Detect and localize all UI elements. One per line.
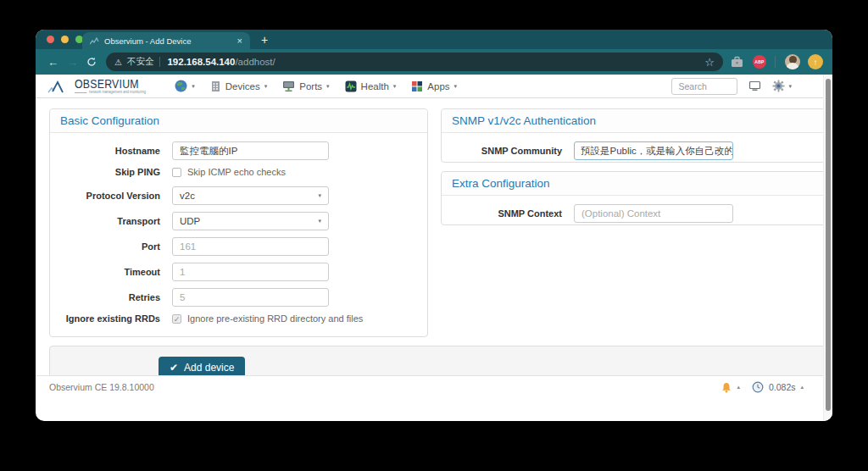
tab-title: Observium - Add Device (104, 36, 237, 46)
chevron-down-icon: ▾ (192, 83, 195, 90)
chevron-down-icon: ▾ (393, 83, 397, 90)
refresh-icon[interactable] (86, 57, 97, 67)
health-icon (345, 80, 357, 92)
port-row: Port (60, 237, 417, 256)
menu-devices-label: Devices (225, 81, 260, 91)
logo-title: OBSERVIUM (75, 77, 140, 90)
hostname-row: Hostname (60, 141, 417, 160)
chevron-down-icon: ▾ (318, 218, 321, 224)
ignore-rrds-label: Ignore existing RRDs (60, 313, 160, 324)
ignore-rrds-checkbox[interactable]: ✓ (172, 314, 181, 324)
chevron-down-icon: ▾ (264, 83, 268, 90)
settings-menu[interactable]: ▾ (772, 80, 792, 92)
protocol-version-row: Protocol Version v2c ▾ (60, 186, 417, 205)
extension-briefcase-icon[interactable] (727, 53, 746, 71)
extra-configuration-panel: Extra Configuration SNMP Context (441, 171, 826, 225)
observium-logo[interactable]: OBSERVIUM network management and monitor… (47, 77, 153, 95)
menu-devices[interactable]: Devices ▾ (210, 80, 267, 92)
check-icon: ✔ (170, 362, 178, 374)
chevron-up-icon[interactable]: ▴ (737, 384, 740, 391)
chevron-down-icon: ▾ (318, 192, 321, 199)
snmp-auth-panel: SNMP v1/v2c Authentication SNMP Communit… (441, 108, 826, 163)
profile-avatar[interactable] (783, 53, 802, 71)
display-icon[interactable] (748, 80, 761, 91)
page-content: Basic Configuration Hostname Skip PING S… (36, 98, 832, 398)
menu-health-label: Health (361, 81, 389, 91)
scrollbar-track[interactable] (823, 75, 832, 421)
url-path: /addhost/ (235, 57, 275, 67)
page-load-time: 0.082s (769, 382, 796, 392)
skip-ping-row: Skip PING Skip ICMP echo checks (60, 167, 417, 177)
protocol-version-label: Protocol Version (60, 191, 160, 201)
page-footer: Observium CE 19.8.10000 ▴ 0.082s ▴ (36, 375, 832, 398)
protocol-version-value: v2c (180, 191, 195, 201)
snmp-community-row: SNMP Community 預設是Public，或是輸入你自己改的 (452, 141, 815, 160)
scrollbar-thumb[interactable] (826, 79, 831, 411)
ports-icon (282, 80, 295, 92)
menu-ports[interactable]: Ports ▾ (282, 80, 329, 92)
toolbar-separator (775, 56, 776, 68)
transport-row: Transport UDP ▾ (60, 212, 417, 230)
adblock-extension-icon[interactable]: ABP (750, 53, 769, 71)
apps-icon (411, 80, 423, 92)
security-warning-icon: ⚠ (114, 58, 122, 67)
transport-select[interactable]: UDP ▾ (172, 212, 329, 230)
basic-configuration-panel: Basic Configuration Hostname Skip PING S… (49, 108, 428, 337)
observium-logo-icon (47, 80, 71, 95)
clock-icon (752, 381, 764, 393)
skip-ping-checkbox[interactable] (172, 168, 181, 177)
menu-apps[interactable]: Apps ▾ (411, 80, 457, 92)
url-host: 192.168.54.140 (167, 57, 235, 67)
panel-title: Extra Configuration (442, 172, 826, 196)
alerts-bell-icon[interactable] (721, 382, 732, 393)
security-label[interactable]: 不安全 (127, 56, 154, 68)
chevron-down-icon: ▾ (788, 83, 792, 90)
globe-icon (175, 80, 187, 92)
transport-label: Transport (60, 216, 160, 226)
snmp-context-input[interactable] (574, 204, 733, 223)
timeout-input[interactable] (172, 263, 329, 281)
address-bar[interactable]: ⚠ 不安全 192.168.54.140 /addhost/ ☆ (106, 53, 723, 71)
browser-tab[interactable]: Observium - Add Device × (82, 32, 250, 49)
browser-toolbar: ← → ⚠ 不安全 192.168.54.140 /addhost/ ☆ ABP… (36, 49, 832, 75)
logo-subtitle: network management and monitoring (75, 91, 146, 95)
hostname-label: Hostname (60, 146, 160, 156)
transport-value: UDP (180, 216, 200, 226)
hostname-input[interactable] (172, 141, 329, 160)
ignore-rrds-row: Ignore existing RRDs ✓ Ignore pre-existi… (60, 313, 417, 324)
search-input[interactable] (671, 78, 737, 95)
forward-icon[interactable]: → (67, 57, 78, 68)
traffic-lights (47, 36, 83, 43)
timeout-row: Timeout (60, 263, 417, 281)
gear-icon (772, 80, 785, 92)
protocol-version-select[interactable]: v2c ▾ (172, 186, 329, 205)
bookmark-star-icon[interactable]: ☆ (704, 56, 715, 69)
retries-label: Retries (60, 292, 160, 302)
menu-ports-label: Ports (299, 81, 322, 91)
retries-input[interactable] (172, 288, 329, 307)
menu-globe[interactable]: ▾ (175, 80, 195, 92)
tab-close-icon[interactable]: × (237, 36, 242, 46)
chevron-up-icon[interactable]: ▴ (800, 384, 804, 391)
close-window-button[interactable] (47, 36, 54, 43)
menu-health[interactable]: Health ▾ (345, 80, 397, 92)
menu-apps-label: Apps (427, 81, 449, 91)
minimize-window-button[interactable] (61, 36, 69, 43)
browser-window: Observium - Add Device × + ← → ⚠ 不安全 192… (36, 30, 832, 421)
add-device-button-label: Add device (184, 362, 234, 374)
new-tab-button[interactable]: + (261, 31, 268, 48)
snmp-community-value: 預設是Public，或是輸入你自己改的 (581, 145, 733, 158)
snmp-context-row: SNMP Context (452, 204, 815, 223)
port-label: Port (60, 241, 160, 252)
version-text: Observium CE 19.8.10000 (49, 382, 154, 392)
tab-strip: Observium - Add Device × + (36, 30, 832, 49)
retries-row: Retries (60, 288, 417, 307)
skip-ping-checkbox-label: Skip ICMP echo checks (187, 167, 286, 177)
snmp-community-input[interactable]: 預設是Public，或是輸入你自己改的 (574, 141, 733, 160)
account-update-icon[interactable]: ↑ (806, 53, 825, 71)
port-input[interactable] (172, 237, 329, 256)
panel-title: SNMP v1/v2c Authentication (442, 109, 826, 133)
back-icon[interactable]: ← (47, 57, 58, 68)
chevron-down-icon: ▾ (454, 83, 458, 90)
panel-title: Basic Configuration (50, 109, 427, 133)
